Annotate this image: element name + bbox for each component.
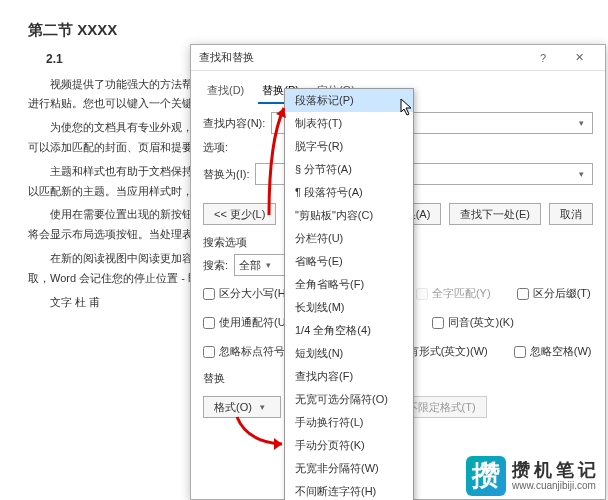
menu-item[interactable]: 手动分页符(K) xyxy=(285,434,413,457)
find-label: 查找内容(N): xyxy=(203,116,265,131)
tab-find[interactable]: 查找(D) xyxy=(203,79,248,104)
menu-item[interactable]: § 分节符(A) xyxy=(285,158,413,181)
menu-item[interactable]: 脱字号(R) xyxy=(285,135,413,158)
menu-item[interactable]: ¶ 段落符号(A) xyxy=(285,181,413,204)
help-button[interactable]: ? xyxy=(525,45,561,71)
cancel-button[interactable]: 取消 xyxy=(549,203,593,225)
menu-item[interactable]: 不间断连字符(H) xyxy=(285,480,413,500)
search-direction-label: 搜索: xyxy=(203,258,228,273)
ck-space[interactable]: 忽略空格(W) xyxy=(514,344,592,359)
logo-url: www.cuanjibiji.com xyxy=(512,480,600,491)
menu-item[interactable]: 全角省略号(F) xyxy=(285,273,413,296)
special-format-menu: 段落标记(P)制表符(T)脱字号(R)§ 分节符(A)¶ 段落符号(A)"剪贴板… xyxy=(284,88,414,500)
findnext-button[interactable]: 查找下一处(E) xyxy=(449,203,541,225)
menu-item[interactable]: "剪贴板"内容(C) xyxy=(285,204,413,227)
menu-item[interactable]: 省略号(E) xyxy=(285,250,413,273)
menu-item[interactable]: 短划线(N) xyxy=(285,342,413,365)
ck-wildcard[interactable]: 使用通配符(U) xyxy=(203,315,289,330)
close-button[interactable]: ✕ xyxy=(561,45,597,71)
menu-item[interactable]: 分栏符(U) xyxy=(285,227,413,250)
logo-icon: 攒 xyxy=(466,456,506,496)
ck-suffix[interactable]: 区分后缀(T) xyxy=(517,286,591,301)
menu-item[interactable]: 长划线(M) xyxy=(285,296,413,319)
logo-name: 攒机笔记 xyxy=(512,461,600,481)
doc-heading: 第二节 XXXX xyxy=(28,16,580,43)
replace-label: 替换为(I): xyxy=(203,167,249,182)
dialog-title: 查找和替换 xyxy=(199,50,525,65)
menu-item[interactable]: 1/4 全角空格(4) xyxy=(285,319,413,342)
menu-item[interactable]: 无宽可选分隔符(O) xyxy=(285,388,413,411)
ck-case[interactable]: 区分大小写(H) xyxy=(203,286,289,301)
watermark-logo: 攒 攒机笔记 www.cuanjibiji.com xyxy=(466,456,600,496)
menu-item[interactable]: 查找内容(F) xyxy=(285,365,413,388)
menu-item[interactable]: 手动换行符(L) xyxy=(285,411,413,434)
ck-sound[interactable]: 同音(英文)(K) xyxy=(432,315,514,330)
ck-whole[interactable]: 全字匹配(Y) xyxy=(416,286,491,301)
chevron-down-icon[interactable]: ▾ xyxy=(574,169,588,179)
menu-item[interactable]: 无宽非分隔符(W) xyxy=(285,457,413,480)
annotation-arrow xyxy=(264,100,294,220)
annotation-arrow xyxy=(232,412,292,452)
chevron-down-icon[interactable]: ▾ xyxy=(261,260,275,270)
options-label: 选项: xyxy=(203,140,228,155)
chevron-down-icon[interactable]: ▾ xyxy=(574,118,588,128)
menu-item[interactable]: 段落标记(P) xyxy=(285,89,413,112)
menu-item[interactable]: 制表符(T) xyxy=(285,112,413,135)
cursor-icon xyxy=(400,98,414,118)
